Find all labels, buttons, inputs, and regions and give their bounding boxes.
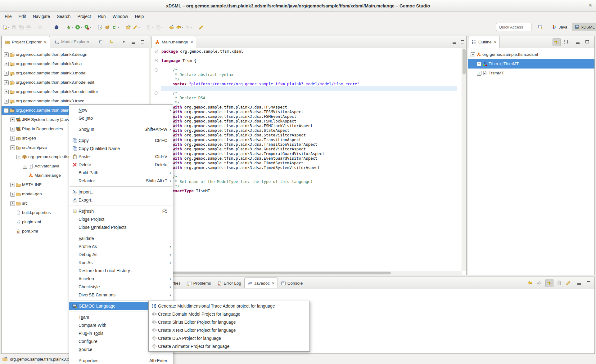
menu-item-refactor[interactable]: RefactorShift+Alt+T› [69, 177, 173, 185]
dropdown-chevron-icon[interactable]: ▾ [138, 26, 140, 29]
last-edit-location-button[interactable] [198, 24, 204, 31]
menu-item-show-in[interactable]: Show InShift+Alt+W› [69, 125, 173, 133]
dropdown-chevron-icon[interactable]: ▾ [191, 26, 192, 29]
editor-code[interactable]: −package org.gemoc.sample.tfsm.xdsml−lan… [151, 36, 462, 271]
fold-minus-icon[interactable]: − [155, 91, 158, 95]
view-menu-button[interactable]: ▼ [120, 38, 128, 46]
new-package-button[interactable] [104, 24, 111, 31]
editor-horizontal-scrollbar[interactable] [151, 271, 462, 275]
print-button[interactable] [25, 24, 32, 31]
quick-access-input[interactable] [496, 23, 531, 31]
window-close-button[interactable]: × [589, 2, 592, 9]
dropdown-chevron-icon[interactable]: ▾ [90, 26, 92, 29]
minimize-view-button[interactable] [575, 279, 583, 286]
menu-item-restore-from-local-history[interactable]: Restore from Local History... [69, 267, 173, 275]
expander-icon[interactable]: + [10, 192, 15, 197]
menu-item-copy-qualified-name[interactable]: Copy Qualified Name [69, 144, 173, 153]
expander-icon[interactable]: + [10, 201, 15, 206]
menu-item-close-project[interactable]: Close Project [69, 215, 173, 223]
fold-minus-icon[interactable]: − [155, 59, 158, 62]
menu-search[interactable]: Search [53, 13, 74, 20]
new-task-button[interactable]: ▾ [132, 24, 141, 31]
next-annotation-button[interactable]: ▾ [146, 24, 154, 31]
outline-item-tfsm-tfsmmt[interactable]: +Tfsm ◁ TfsmMT [468, 59, 594, 69]
expander-icon[interactable]: − [16, 155, 21, 159]
collapse-all-button[interactable] [98, 38, 105, 46]
menu-navigate[interactable]: Navigate [29, 13, 53, 20]
dropdown-chevron-icon[interactable]: ▾ [118, 26, 119, 29]
expander-icon[interactable]: + [4, 90, 9, 94]
tree-item-org-gemoc-sample-tfsm-plaink3-model-edit[interactable]: +org.gemoc.sample.tfsm.plaink3.model.edi… [2, 78, 149, 87]
save-all-button[interactable] [18, 24, 25, 31]
expander-icon[interactable]: − [10, 145, 15, 150]
editor-area[interactable]: Main.melange × −package org.gemoc.sample… [151, 36, 467, 275]
fold-minus-icon[interactable]: − [155, 68, 158, 72]
maximize-view-button[interactable] [139, 38, 146, 46]
tree-item-org-gemoc-sample-tfsm-plaink3-model-editor[interactable]: +org.gemoc.sample.tfsm.plaink3.model.edi… [2, 87, 149, 96]
new-class-button[interactable]: C▾ [111, 24, 120, 31]
submenu-item-create-dsa-project-for-language[interactable]: Create DSA Project for language [149, 334, 309, 342]
dropdown-chevron-icon[interactable]: ▾ [8, 26, 10, 29]
expander-icon[interactable]: + [4, 71, 9, 76]
close-icon[interactable]: × [272, 281, 274, 286]
menu-item-go-into[interactable]: Go Into [69, 114, 173, 122]
menu-item-copy[interactable]: CopyCtrl+C [69, 136, 173, 144]
menu-item-refresh[interactable]: RefreshF5 [69, 207, 173, 215]
link-with-editor-button[interactable] [107, 38, 115, 46]
titlebar[interactable]: xDSML – org.gemoc.sample.tfsm.plaink3.xd… [0, 0, 596, 12]
open-web-browser-button[interactable] [53, 24, 60, 31]
expander-icon[interactable]: − [4, 108, 9, 113]
tab-error-log[interactable]: Error Log [214, 278, 244, 288]
tab-model-explorer[interactable]: Model Explorer [51, 36, 93, 47]
perspective-xdsml[interactable]: xDSML [572, 23, 596, 31]
run-button[interactable]: ▾ [74, 24, 83, 31]
menu-item-checkstyle[interactable]: Checkstyle› [69, 283, 173, 291]
expander-icon[interactable]: + [4, 62, 9, 66]
tree-item-org-gemoc-sample-tfsm-plaink3-model[interactable]: +org.gemoc.sample.tfsm.plaink3.model [2, 69, 149, 78]
expander-icon[interactable]: + [10, 127, 15, 131]
menu-item-close-unrelated-projects[interactable]: Close Unrelated Projects [69, 223, 173, 231]
menu-help[interactable]: Help [131, 13, 147, 20]
tab-problems[interactable]: Problems [184, 278, 214, 288]
menu-window[interactable]: Window [109, 13, 132, 20]
forward-history-button[interactable]: ▾ [185, 24, 193, 31]
new-wizard-button[interactable]: ▾ [2, 24, 10, 31]
dropdown-chevron-icon[interactable]: ▾ [152, 26, 153, 29]
dropdown-chevron-icon[interactable]: ▾ [72, 26, 73, 29]
dropdown-chevron-icon[interactable]: ▾ [81, 26, 82, 29]
dropdown-chevron-icon[interactable]: ▾ [161, 26, 163, 29]
menu-item-acceleo[interactable]: Acceleo› [69, 275, 173, 283]
back-arrow-icon[interactable] [526, 279, 534, 286]
editor-vertical-scrollbar[interactable] [462, 48, 466, 271]
maximize-view-button[interactable] [585, 279, 592, 286]
submenu-item-create-animator-project-for-language[interactable]: Create Animator Project for language [149, 342, 309, 350]
tab-project-explorer[interactable]: Project Explorer × [2, 36, 50, 48]
save-button[interactable] [11, 24, 17, 31]
tree-item-org-gemoc-sample-tfsm-plaink3-design[interactable]: +org.gemoc.sample.tfsm.plaink3.design [2, 50, 149, 59]
menu-run[interactable]: Run [94, 13, 109, 20]
expander-icon[interactable]: + [4, 99, 9, 104]
expander-icon[interactable]: + [4, 52, 9, 57]
expander-icon[interactable]: − [471, 52, 475, 57]
perspective-java[interactable]: JJava [549, 23, 570, 31]
external-tools-button[interactable] [37, 24, 43, 31]
minimize-view-button[interactable] [574, 38, 581, 46]
expander-icon[interactable]: + [10, 183, 15, 187]
menu-file[interactable]: File [1, 13, 15, 20]
menu-edit[interactable]: Edit [15, 13, 29, 20]
dropdown-chevron-icon[interactable]: ▾ [182, 26, 183, 29]
menu-item-paste[interactable]: PasteCtrl+V [69, 153, 173, 161]
tab-outline[interactable]: Outline × [468, 36, 500, 48]
menu-item-profile-as[interactable]: Profile As› [69, 242, 173, 251]
open-perspective-icon[interactable] [538, 24, 543, 29]
link-with-editor-button[interactable] [553, 38, 561, 46]
menu-item-properties[interactable]: PropertiesAlt+Enter [69, 357, 173, 364]
menu-item-debug-as[interactable]: Debug As› [69, 251, 173, 259]
menu-item-export[interactable]: Export... [69, 196, 173, 204]
minimize-view-button[interactable] [129, 38, 137, 46]
expander-icon[interactable]: + [4, 80, 9, 85]
menu-item-delete[interactable]: DeleteDelete [69, 161, 173, 169]
sort-alphabetically-button[interactable]: az [563, 38, 570, 46]
new-melange-artifact-button[interactable]: G [97, 24, 103, 31]
open-javadoc-button[interactable] [555, 279, 563, 286]
